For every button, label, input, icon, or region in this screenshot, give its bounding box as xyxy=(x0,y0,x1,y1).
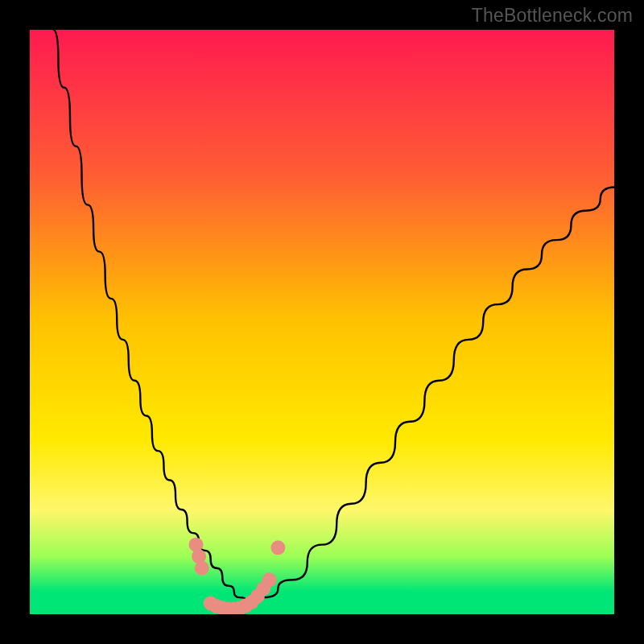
highlight-dot xyxy=(195,561,209,576)
highlight-dot xyxy=(262,572,276,587)
highlight-dot xyxy=(270,540,285,555)
watermark-text: TheBottleneck.com xyxy=(472,5,633,27)
bottleneck-chart xyxy=(0,0,644,644)
